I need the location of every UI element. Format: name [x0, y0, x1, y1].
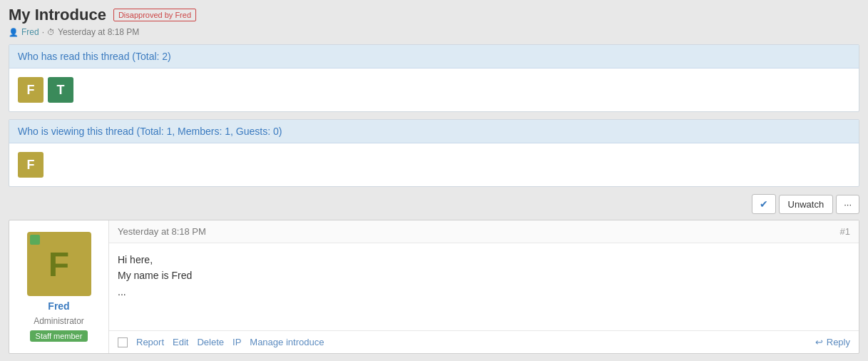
thread-toolbar: ✔ Unwatch ··· [9, 194, 859, 214]
author-tag: Staff member [30, 330, 88, 342]
reader-avatar-f[interactable]: F [18, 77, 44, 103]
check-button[interactable]: ✔ [752, 194, 776, 214]
thread-header: My Introduce Disapproved by Fred Fred · … [9, 6, 859, 37]
viewing-panel-header: Who is viewing this thread (Total: 1, Me… [9, 120, 859, 143]
delete-link[interactable]: Delete [197, 337, 224, 347]
title-row: My Introduce Disapproved by Fred [9, 6, 859, 24]
post-container: F Fred Administrator Staff member Yester… [9, 220, 859, 354]
author-name-link[interactable]: Fred [48, 300, 69, 312]
viewing-panel: Who is viewing this thread (Total: 1, Me… [9, 119, 859, 187]
read-panel-body: F T [9, 68, 859, 111]
report-link[interactable]: Report [136, 337, 164, 347]
author-link[interactable]: Fred [21, 27, 39, 37]
person-icon [9, 27, 19, 37]
reply-label: Reply [827, 337, 850, 347]
post-header: Yesterday at 8:18 PM #1 [109, 220, 859, 243]
post-line-3: ... [118, 284, 850, 300]
post-author-avatar: F [27, 232, 91, 296]
post-timestamp: Yesterday at 8:18 PM [118, 226, 206, 237]
thread-meta: Fred · Yesterday at 8:18 PM [9, 27, 859, 37]
post-number: #1 [840, 226, 850, 237]
check-icon: ✔ [760, 198, 768, 210]
edit-link[interactable]: Edit [173, 337, 188, 347]
manage-introduce-link[interactable]: Manage introduce [250, 337, 324, 347]
reply-button[interactable]: ↩ Reply [815, 337, 850, 347]
post-author-col: F Fred Administrator Staff member [9, 220, 109, 353]
post-actions: Report Edit Delete IP Manage introduce ↩… [109, 330, 859, 353]
post-line-2: My name is Fred [118, 268, 850, 283]
viewing-panel-body: F [9, 143, 859, 186]
thread-title: My Introduce [9, 6, 106, 24]
author-role: Administrator [34, 316, 84, 326]
post-line-1: Hi here, [118, 252, 850, 268]
read-panel-header: Who has read this thread (Total: 2) [9, 45, 859, 68]
unwatch-button[interactable]: Unwatch [779, 195, 834, 214]
post-checkbox[interactable] [118, 337, 128, 347]
more-button[interactable]: ··· [836, 195, 859, 214]
avatar-badge [30, 235, 40, 245]
page-wrapper: My Introduce Disapproved by Fred Fred · … [0, 0, 868, 361]
read-panel: Who has read this thread (Total: 2) F T [9, 44, 859, 112]
ip-link[interactable]: IP [233, 337, 241, 347]
disapproved-badge: Disapproved by Fred [113, 9, 196, 21]
viewer-avatar-f[interactable]: F [18, 152, 44, 178]
post-body: Hi here, My name is Fred ... [109, 243, 859, 330]
post-content-col: Yesterday at 8:18 PM #1 Hi here, My name… [109, 220, 859, 353]
clock-icon [47, 27, 55, 37]
reply-icon: ↩ [815, 337, 823, 347]
reader-avatar-t[interactable]: T [48, 77, 73, 103]
thread-timestamp: Yesterday at 8:18 PM [58, 27, 139, 37]
